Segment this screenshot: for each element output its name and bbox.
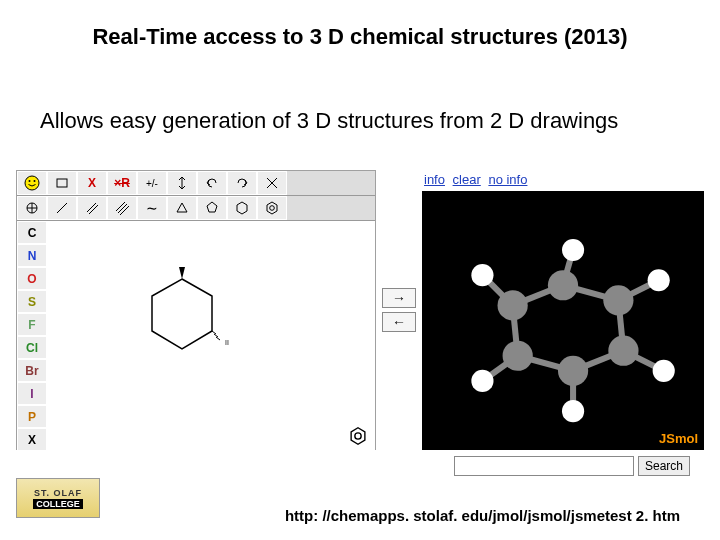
- double-bond-icon[interactable]: [77, 196, 107, 220]
- any-bond-icon[interactable]: ∼: [137, 196, 167, 220]
- rect-tool-icon[interactable]: [47, 171, 77, 195]
- element-s[interactable]: S: [17, 290, 47, 313]
- svg-point-30: [653, 360, 675, 382]
- jsme-toolbar-row1: X ×R +/-: [17, 171, 375, 196]
- element-f[interactable]: F: [17, 313, 47, 336]
- svg-point-2: [34, 180, 36, 182]
- transfer-arrows: → ←: [376, 170, 422, 450]
- svg-point-29: [648, 269, 670, 291]
- jsme-canvas[interactable]: II: [47, 221, 375, 451]
- svg-point-28: [562, 239, 584, 261]
- logo-line1: ST. OLAF: [34, 488, 82, 498]
- jsmol-clear-link[interactable]: clear: [453, 172, 481, 187]
- charge-tool-icon[interactable]: +/-: [137, 171, 167, 195]
- jsmol-noinfo-link[interactable]: no info: [488, 172, 527, 187]
- svg-point-31: [562, 400, 584, 422]
- jsmol-panel: info clear no info: [422, 170, 704, 450]
- jsmol-brand-label: JSmol: [659, 431, 698, 446]
- stereo-updown-icon[interactable]: [167, 171, 197, 195]
- element-c[interactable]: C: [17, 221, 47, 244]
- svg-point-6: [270, 206, 275, 211]
- search-input[interactable]: [454, 456, 634, 476]
- search-button[interactable]: Search: [638, 456, 690, 476]
- benzene-ring-icon[interactable]: [257, 196, 287, 220]
- jsmol-links: info clear no info: [422, 170, 704, 191]
- undo-icon[interactable]: [197, 171, 227, 195]
- redo-icon[interactable]: [227, 171, 257, 195]
- element-o[interactable]: O: [17, 267, 47, 290]
- element-p[interactable]: P: [17, 405, 47, 428]
- close-x-icon[interactable]: [257, 171, 287, 195]
- stereo-toggle-icon[interactable]: [17, 196, 47, 220]
- benzene-corner-icon[interactable]: [347, 425, 369, 447]
- svg-point-32: [471, 370, 493, 392]
- svg-point-8: [355, 433, 361, 439]
- svg-text:+/-: +/-: [146, 178, 158, 189]
- slide-title: Real-Time access to 3 D chemical structu…: [0, 24, 720, 50]
- cyclohexane-drawing: II: [127, 261, 237, 371]
- svg-point-22: [548, 270, 578, 300]
- element-i[interactable]: I: [17, 382, 47, 405]
- send-right-button[interactable]: →: [382, 288, 416, 308]
- element-n[interactable]: N: [17, 244, 47, 267]
- app-row: X ×R +/- ∼ C: [16, 170, 704, 450]
- jsmol-info-link[interactable]: info: [424, 172, 445, 187]
- slide-subtitle: Allows easy generation of 3 D structures…: [40, 108, 618, 134]
- search-bar: Search: [454, 456, 690, 476]
- jsmol-3d-view[interactable]: JSmol: [422, 191, 704, 450]
- svg-text:II: II: [225, 339, 229, 346]
- element-x[interactable]: X: [17, 428, 47, 451]
- svg-point-0: [25, 176, 39, 190]
- svg-point-1: [29, 180, 31, 182]
- molecule-3d-icon: [422, 191, 704, 450]
- element-br[interactable]: Br: [17, 359, 47, 382]
- element-cl[interactable]: Cl: [17, 336, 47, 359]
- delete-group-icon[interactable]: ×R: [107, 171, 137, 195]
- hexagon-ring-icon[interactable]: [227, 196, 257, 220]
- svg-point-25: [558, 356, 588, 386]
- jsme-toolbar-row2: ∼: [17, 196, 375, 221]
- jsme-editor: X ×R +/- ∼ C: [16, 170, 376, 450]
- svg-point-26: [503, 341, 533, 371]
- svg-point-27: [471, 264, 493, 286]
- logo-line2: COLLEGE: [33, 499, 83, 509]
- stolaf-logo: ST. OLAF COLLEGE: [16, 478, 100, 518]
- svg-point-23: [603, 285, 633, 315]
- smile-icon[interactable]: [17, 171, 47, 195]
- pentagon-ring-icon[interactable]: [197, 196, 227, 220]
- svg-point-24: [608, 336, 638, 366]
- source-url: http: //chemapps. stolaf. edu/jmol/jsmol…: [285, 507, 680, 524]
- svg-rect-3: [57, 179, 67, 187]
- triangle-ring-icon[interactable]: [167, 196, 197, 220]
- svg-point-21: [498, 290, 528, 320]
- send-left-button[interactable]: ←: [382, 312, 416, 332]
- single-bond-icon[interactable]: [47, 196, 77, 220]
- element-palette: C N O S F Cl Br I P X: [17, 221, 47, 451]
- delete-x-icon[interactable]: X: [77, 171, 107, 195]
- triple-bond-icon[interactable]: [107, 196, 137, 220]
